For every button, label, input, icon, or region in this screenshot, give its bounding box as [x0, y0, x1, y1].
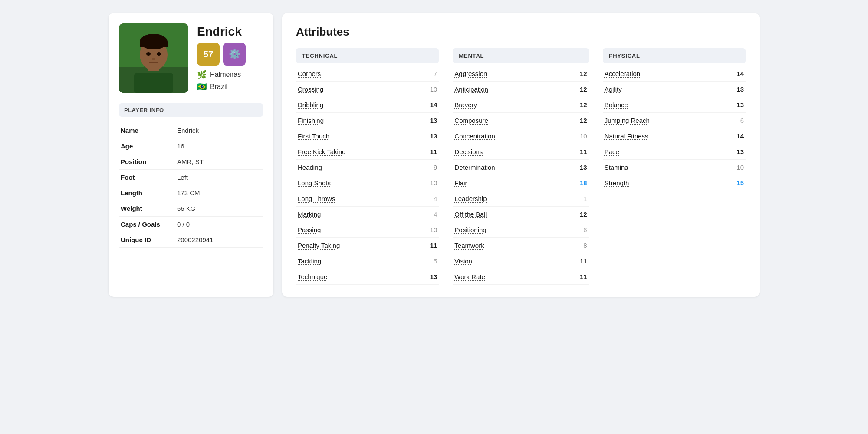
attr-row: Determination 13: [453, 160, 589, 175]
attr-row: Marking 4: [296, 207, 439, 222]
attr-value: 11: [424, 148, 437, 155]
club-name: Palmeiras: [210, 71, 241, 79]
attr-name[interactable]: Teamwork: [454, 242, 484, 249]
attr-value: 11: [574, 257, 587, 265]
physical-column: PHYSICAL Acceleration 14 Agility 13 Bala…: [596, 48, 746, 285]
left-panel: Endrick 57 ⚙️ 🌿 Palmeiras 🇧🇷 Brazil: [108, 13, 273, 297]
attributes-grid: TECHNICAL Corners 7 Crossing 10 Dribblin…: [296, 48, 746, 285]
attr-name[interactable]: Flair: [454, 179, 467, 187]
technical-header: TECHNICAL: [296, 48, 439, 63]
info-value: 0 / 0: [177, 220, 190, 228]
badges: 57 ⚙️: [197, 43, 246, 66]
info-label: Weight: [121, 205, 177, 212]
attr-name[interactable]: Vision: [454, 257, 472, 265]
attr-value: 4: [424, 210, 437, 218]
attr-name[interactable]: Balance: [605, 101, 628, 108]
attr-name[interactable]: Long Shots: [298, 179, 331, 187]
attr-value: 11: [424, 242, 437, 249]
info-row: Length 173 CM: [119, 185, 263, 201]
attr-value: 13: [731, 85, 744, 93]
attr-name[interactable]: Marking: [298, 210, 321, 218]
attr-row: Concentration 10: [453, 128, 589, 144]
attr-name[interactable]: Long Throws: [298, 195, 335, 202]
info-row: Unique ID 2000220941: [119, 232, 263, 248]
attr-name[interactable]: Determination: [454, 164, 495, 171]
attr-name[interactable]: Aggression: [454, 70, 487, 77]
attr-value: 10: [574, 132, 587, 140]
info-row: Age 16: [119, 138, 263, 154]
attr-value: 11: [574, 273, 587, 280]
svg-rect-7: [140, 42, 168, 47]
gear-badge: ⚙️: [223, 43, 246, 66]
attr-value: 7: [424, 70, 437, 77]
attr-name[interactable]: Work Rate: [454, 273, 485, 280]
country-row: 🇧🇷 Brazil: [197, 82, 246, 92]
attr-row: Dribbling 14: [296, 97, 439, 113]
attr-row: Corners 7: [296, 66, 439, 82]
attr-name[interactable]: Off the Ball: [454, 210, 487, 218]
attr-name[interactable]: Decisions: [454, 148, 483, 155]
info-row: Position AMR, ST: [119, 154, 263, 170]
attr-row: Composure 12: [453, 113, 589, 128]
info-row: Name Endrick: [119, 123, 263, 138]
club-row: 🌿 Palmeiras: [197, 70, 246, 79]
attr-name[interactable]: Anticipation: [454, 85, 488, 93]
attr-name[interactable]: Natural Fitness: [605, 132, 648, 140]
svg-rect-3: [134, 73, 173, 93]
attr-name[interactable]: Jumping Reach: [605, 117, 650, 124]
attr-row: Long Throws 4: [296, 191, 439, 207]
attr-name[interactable]: Passing: [298, 226, 321, 233]
attr-row: Natural Fitness 14: [603, 128, 746, 144]
attr-name[interactable]: Strength: [605, 179, 629, 187]
main-container: Endrick 57 ⚙️ 🌿 Palmeiras 🇧🇷 Brazil: [108, 13, 760, 297]
attr-row: Agility 13: [603, 82, 746, 97]
attr-row: Jumping Reach 6: [603, 113, 746, 128]
attr-name[interactable]: First Touch: [298, 132, 329, 140]
attr-value: 13: [731, 101, 744, 108]
attr-name[interactable]: Tackling: [298, 257, 321, 265]
attr-name[interactable]: Dribbling: [298, 101, 323, 108]
attr-value: 12: [574, 117, 587, 124]
attr-name[interactable]: Bravery: [454, 101, 477, 108]
info-row: Caps / Goals 0 / 0: [119, 217, 263, 232]
technical-column: TECHNICAL Corners 7 Crossing 10 Dribblin…: [296, 48, 446, 285]
attr-row: Strength 15: [603, 175, 746, 191]
attr-row: Anticipation 12: [453, 82, 589, 97]
attr-value: 13: [424, 273, 437, 280]
country-name: Brazil: [210, 83, 227, 91]
attr-name[interactable]: Agility: [605, 85, 622, 93]
info-value: Endrick: [177, 127, 199, 134]
attr-name[interactable]: Finishing: [298, 117, 324, 124]
attr-row: Work Rate 11: [453, 269, 589, 285]
attr-row: Acceleration 14: [603, 66, 746, 82]
attr-row: Flair 18: [453, 175, 589, 191]
attributes-title: Attributes: [296, 25, 746, 39]
attr-value: 13: [574, 164, 587, 171]
attr-name[interactable]: Technique: [298, 273, 327, 280]
attr-name[interactable]: Positioning: [454, 226, 486, 233]
attr-name[interactable]: Pace: [605, 148, 619, 155]
right-panel: Attributes TECHNICAL Corners 7 Crossing …: [282, 13, 760, 297]
attr-value: 14: [424, 101, 437, 108]
player-photo: [119, 23, 188, 93]
attr-name[interactable]: Composure: [454, 117, 488, 124]
mental-rows: Aggression 12 Anticipation 12 Bravery 12…: [453, 66, 589, 285]
attr-row: Vision 11: [453, 253, 589, 269]
attr-row: Penalty Taking 11: [296, 238, 439, 253]
attr-name[interactable]: Corners: [298, 70, 321, 77]
attr-name[interactable]: Acceleration: [605, 70, 641, 77]
attr-name[interactable]: Concentration: [454, 132, 495, 140]
info-rows-container: Name Endrick Age 16 Position AMR, ST Foo…: [119, 123, 263, 248]
attr-name[interactable]: Crossing: [298, 85, 323, 93]
rating-badge: 57: [197, 43, 220, 66]
attr-name[interactable]: Stamina: [605, 164, 628, 171]
attr-name[interactable]: Heading: [298, 164, 322, 171]
info-label: Unique ID: [121, 236, 177, 243]
attr-name[interactable]: Penalty Taking: [298, 242, 340, 249]
attr-name[interactable]: Free Kick Taking: [298, 148, 346, 155]
info-label: Caps / Goals: [121, 220, 177, 228]
attr-name[interactable]: Leadership: [454, 195, 487, 202]
attr-value: 14: [731, 70, 744, 77]
player-name: Endrick: [197, 25, 246, 39]
info-label: Name: [121, 127, 177, 134]
